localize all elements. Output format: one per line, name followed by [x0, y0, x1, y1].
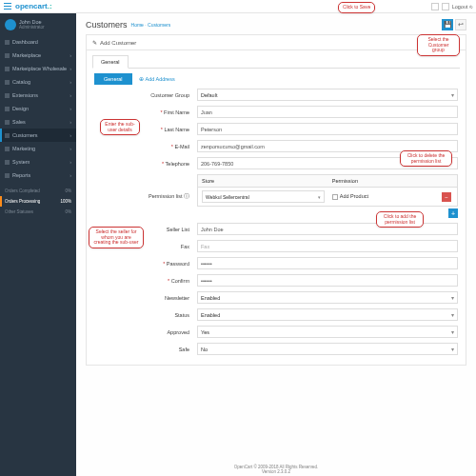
callout-enter: Enter the sub-user details: [100, 119, 140, 135]
callout-add: Click to add the permission list: [376, 211, 424, 228]
first-name-input[interactable]: Juan: [197, 106, 458, 118]
back-button[interactable]: ↩: [455, 19, 466, 30]
nav-marketing[interactable]: Marketing›: [0, 142, 76, 155]
last-name-input[interactable]: Peterson: [197, 123, 458, 135]
nav-reports[interactable]: Reports›: [0, 169, 76, 182]
callout-save: Click to Save: [338, 2, 375, 13]
nav-dashboard[interactable]: Dashboard: [0, 35, 76, 49]
nav-sales[interactable]: Sales›: [0, 115, 76, 129]
safe-select[interactable]: No: [197, 343, 458, 355]
newsletter-select[interactable]: Enabled: [197, 291, 458, 304]
page-title: Customers: [86, 20, 128, 30]
logo[interactable]: opencart.:: [15, 2, 52, 10]
callout-seller: Select the seller for whom you are creat…: [89, 227, 144, 248]
subtab-general[interactable]: General: [94, 73, 132, 85]
notification-icon[interactable]: [431, 3, 439, 10]
password-input[interactable]: ••••••: [197, 257, 458, 269]
status-select[interactable]: Enabled: [197, 308, 458, 321]
user-block: John DoeAdministrator: [0, 17, 76, 35]
permission-table: StorePermission Webkul Sellercentral Add…: [197, 174, 458, 207]
delete-perm-button[interactable]: −: [442, 192, 451, 202]
perm-checkbox[interactable]: [332, 194, 338, 200]
map-icon[interactable]: [442, 3, 449, 10]
tab-general[interactable]: General: [92, 55, 129, 69]
approved-select[interactable]: Yes: [197, 326, 458, 338]
permission-row: Webkul Sellercentral Add Product −: [198, 188, 457, 206]
stat-completed: Orders Completed0%: [0, 186, 76, 196]
pencil-icon: ✎: [92, 39, 97, 46]
nav-catalog[interactable]: Catalog›: [0, 75, 76, 89]
avatar: [5, 19, 16, 30]
topbar: opencart.: Logout ⎋: [0, 0, 476, 13]
callout-group: Select the Customer group: [417, 34, 460, 56]
callout-del: Click to delete the permission list: [400, 150, 452, 167]
customer-group-select[interactable]: Default: [197, 89, 458, 101]
footer: OpenCart © 2009-2018 All Rights Reserved…: [234, 465, 319, 474]
nav-wholesale[interactable]: Marketplace Wholesale›: [0, 62, 76, 75]
nav-design[interactable]: Design›: [0, 102, 76, 115]
nav-system[interactable]: System›: [0, 155, 76, 169]
logout-link[interactable]: Logout ⎋: [452, 4, 472, 10]
panel: ✎Add Customer General General ⊕ Add Addr…: [86, 34, 466, 366]
store-select[interactable]: Webkul Sellercentral: [202, 190, 325, 203]
menu-icon[interactable]: [4, 3, 11, 10]
stat-other: Other Statuses0%: [0, 207, 76, 217]
sidebar: John DoeAdministrator Dashboard Marketpl…: [0, 13, 76, 476]
add-address-link[interactable]: ⊕ Add Address: [139, 76, 174, 82]
add-perm-button[interactable]: +: [448, 208, 458, 218]
breadcrumb[interactable]: Home · Customers: [131, 22, 171, 28]
confirm-input[interactable]: ••••••: [197, 274, 458, 287]
stat-processing: Orders Processing100%: [0, 196, 76, 207]
nav-marketplace[interactable]: Marketplace›: [0, 49, 76, 62]
nav-customers[interactable]: Customers›: [0, 129, 76, 142]
save-button[interactable]: 💾: [442, 19, 453, 30]
nav-extensions[interactable]: Extensions›: [0, 89, 76, 102]
fax-input[interactable]: Fax: [197, 240, 458, 252]
